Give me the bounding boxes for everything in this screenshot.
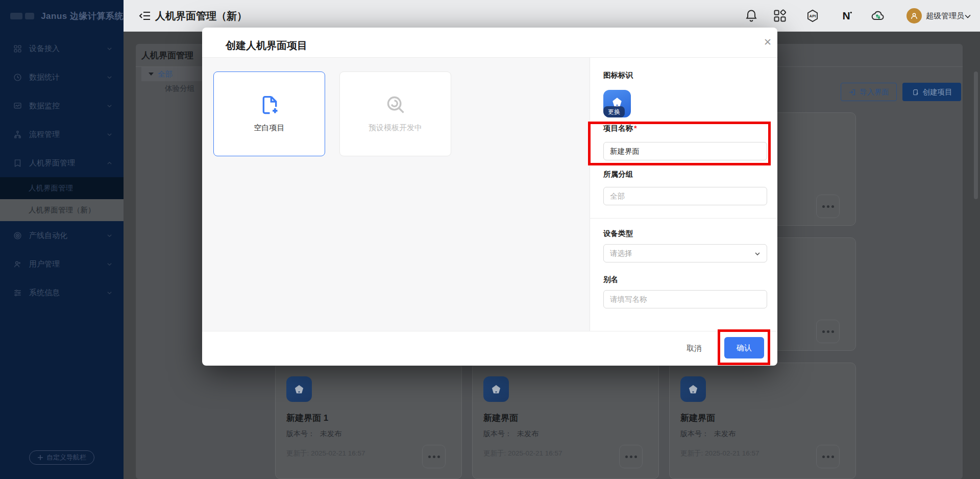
sidebar: Janus 边缘计算系统 设备接入 数据统计 数据监控 流程管理 xyxy=(0,0,124,479)
sidebar-item-label: 系统信息 xyxy=(29,288,60,298)
user-name[interactable]: 超级管理员 xyxy=(926,11,964,21)
svg-text:API: API xyxy=(810,14,816,18)
name-label-text: 项目名称 xyxy=(603,124,633,132)
card-more-button[interactable] xyxy=(816,445,840,468)
card-version-label: 版本号： xyxy=(483,429,512,438)
chevron-down-icon xyxy=(107,233,112,238)
alias-input[interactable] xyxy=(603,290,767,308)
avatar[interactable] xyxy=(906,8,922,23)
chevron-down-icon xyxy=(107,103,112,109)
sidebar-item-system-info[interactable]: 系统信息 xyxy=(0,278,124,307)
sidebar-item-process-mgmt[interactable]: 流程管理 xyxy=(0,120,124,149)
chevron-down-icon xyxy=(107,132,112,137)
app-title: Janus 边缘计算系统 xyxy=(41,10,124,22)
sidebar-item-device-access[interactable]: 设备接入 xyxy=(0,34,124,63)
sidebar-item-label: 设备接入 xyxy=(29,44,60,54)
device-icon xyxy=(13,44,22,53)
card-version-value: 未发布 xyxy=(517,429,538,438)
chevron-up-icon xyxy=(107,160,112,166)
project-icon-tile[interactable]: 更换 xyxy=(603,90,631,117)
card-version-value: 未发布 xyxy=(714,429,736,438)
api-icon[interactable]: API xyxy=(805,9,820,23)
chevron-down-icon xyxy=(107,290,112,296)
template-label: 预设模板开发中 xyxy=(340,123,451,133)
device-type-select[interactable]: 请选择 xyxy=(603,244,767,262)
cloud-sync-icon[interactable] xyxy=(871,9,885,23)
card-more-button[interactable] xyxy=(619,445,643,468)
sidebar-subitem-hmi-old[interactable]: 人机界面管理 xyxy=(0,177,124,199)
clock-icon xyxy=(13,73,22,82)
sidebar-subitem-label: 人机界面管理（新） xyxy=(29,205,95,215)
card-title: 新建界面 xyxy=(483,412,518,424)
sidebar-item-label: 数据统计 xyxy=(29,73,60,82)
sidebar-item-label: 用户管理 xyxy=(29,259,60,269)
group-field-label: 所属分组 xyxy=(603,170,633,179)
card-more-button[interactable] xyxy=(816,195,840,218)
sidebar-item-label: 流程管理 xyxy=(29,130,60,139)
import-icon xyxy=(848,88,856,96)
n-logo-icon[interactable]: N xyxy=(839,9,853,23)
custom-navbar-button[interactable]: 自定义导航栏 xyxy=(29,450,94,465)
import-interface-label: 导入界面 xyxy=(860,87,889,97)
app-tile-icon xyxy=(286,376,312,402)
change-icon-button[interactable]: 更换 xyxy=(603,106,625,117)
logo-badge-icon xyxy=(10,13,22,19)
confirm-button[interactable]: 确认 xyxy=(724,337,764,358)
sidebar-subitem-hmi-new[interactable]: 人机界面管理（新） xyxy=(0,199,124,221)
tree-node-group[interactable]: 体验分组 xyxy=(165,84,194,93)
project-name-input[interactable] xyxy=(603,142,767,160)
template-label: 空白项目 xyxy=(214,123,325,133)
create-project-button[interactable]: 创建项目 xyxy=(902,83,961,101)
automation-icon xyxy=(13,231,22,240)
app-logo: Janus 边缘计算系统 xyxy=(0,0,124,32)
top-header: 人机界面管理（新） API N 超级管理员 xyxy=(124,0,980,32)
card-version-label: 版本号： xyxy=(680,429,709,438)
card-more-button[interactable] xyxy=(816,320,840,343)
svg-text:N: N xyxy=(842,10,850,21)
card-version: 版本号：未发布 xyxy=(680,429,736,439)
users-icon xyxy=(13,260,22,269)
import-interface-button[interactable]: 导入界面 xyxy=(841,83,897,101)
template-blank-project[interactable]: 空白项目 xyxy=(213,71,325,156)
tree-node-label: 全部 xyxy=(158,69,173,79)
modal-vertical-divider xyxy=(590,57,590,331)
hmi-panel-icon xyxy=(13,159,22,167)
sidebar-item-data-monitor[interactable]: 数据监控 xyxy=(0,91,124,120)
apps-grid-icon[interactable] xyxy=(773,9,787,23)
menu-fold-icon[interactable] xyxy=(139,10,151,22)
sliders-icon xyxy=(13,289,22,297)
sidebar-item-label: 产线自动化 xyxy=(29,231,67,241)
card-more-button[interactable] xyxy=(422,445,446,468)
device-type-label: 设备类型 xyxy=(603,229,633,238)
create-project-label: 创建项目 xyxy=(923,87,952,97)
notification-bell-icon[interactable] xyxy=(744,9,758,23)
interface-card[interactable]: 新建界面 版本号：未发布 更新于: 2025-02-21 16:57 xyxy=(472,363,659,479)
group-input[interactable] xyxy=(603,187,767,205)
sidebar-item-hmi-mgmt[interactable]: 人机界面管理 xyxy=(0,149,124,177)
cancel-button[interactable]: 取消 xyxy=(679,341,709,356)
sidebar-item-data-stats[interactable]: 数据统计 xyxy=(0,63,124,91)
sidebar-item-line-automation[interactable]: 产线自动化 xyxy=(0,221,124,250)
custom-navbar-label: 自定义导航栏 xyxy=(46,453,86,462)
card-updated: 更新于: 2025-02-21 16:57 xyxy=(483,449,562,458)
scrollbar-thumb[interactable] xyxy=(974,71,978,199)
icon-field-label: 图标标识 xyxy=(603,70,633,80)
caret-down-icon xyxy=(149,72,154,76)
form-section-divider xyxy=(590,218,777,219)
card-version-label: 版本号： xyxy=(286,429,315,438)
monitor-icon xyxy=(13,102,22,110)
chevron-down-icon[interactable] xyxy=(965,14,971,19)
create-hmi-project-modal: 创建人机界面项目 ✕ 空白项目 预设模板开发中 图标标识 更换 项目名称* 所属… xyxy=(202,28,777,366)
close-icon[interactable]: ✕ xyxy=(761,35,775,49)
person-icon xyxy=(910,11,919,20)
sidebar-item-label: 数据监控 xyxy=(29,101,60,111)
app-tile-icon xyxy=(680,376,706,402)
interface-card[interactable]: 新建界面 版本号：未发布 更新于: 2025-02-21 16:57 xyxy=(669,363,856,479)
card-updated: 更新于: 2025-02-21 16:57 xyxy=(680,449,760,458)
sidebar-item-user-mgmt[interactable]: 用户管理 xyxy=(0,250,124,278)
interface-card[interactable]: 新建界面 1 版本号：未发布 更新于: 2025-02-21 16:57 xyxy=(275,363,462,479)
flow-icon xyxy=(13,130,22,139)
card-title: 新建界面 1 xyxy=(286,412,328,424)
plus-icon xyxy=(37,454,43,461)
chevron-down-icon xyxy=(107,46,112,52)
